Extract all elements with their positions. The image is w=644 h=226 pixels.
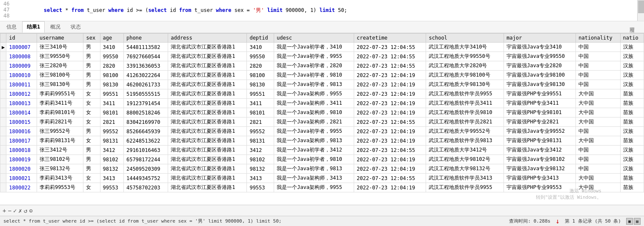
col-sex[interactable]: sex xyxy=(83,34,100,43)
more-btn[interactable]: ⊙ xyxy=(29,207,32,214)
cell-deptid: 98132 xyxy=(247,164,274,174)
row-indicator xyxy=(0,183,6,192)
tab-overview[interactable]: 概况 xyxy=(46,21,65,33)
cell-deptid: 99552 xyxy=(247,127,274,136)
cell-school: 武汉工程地质大学98130号 xyxy=(426,80,504,89)
tab-status[interactable]: 状态 xyxy=(66,21,86,33)
cell-age: 3410 xyxy=(100,43,123,52)
cell-createtime: 2022-07-23 12:04:19 xyxy=(354,164,426,174)
col-major[interactable]: major xyxy=(504,34,576,43)
confirm-btn[interactable]: ✓ xyxy=(13,207,17,214)
tab-result1[interactable]: 结果1 xyxy=(22,21,45,33)
sql-line-47: select * from t_user where id >= (select… xyxy=(13,1,641,20)
bottom-toolbar: + − ✓ ✗ ↺ ⊙ xyxy=(0,205,644,216)
col-deptid[interactable]: deptid xyxy=(247,34,274,43)
cell-sex: 男 xyxy=(83,127,100,136)
cell-natio: 汉族 xyxy=(620,43,644,52)
cell-deptid: 99551 xyxy=(247,89,274,99)
row-indicator xyxy=(0,99,6,108)
cell-phone: 85266645939 xyxy=(123,127,168,136)
cell-username: 张三98102号 xyxy=(37,155,83,164)
cancel-edit-btn[interactable]: ✗ xyxy=(18,207,22,214)
table-row: 1800022李莉莉99553号女9955345758702203湖北省武汉市江… xyxy=(0,183,644,192)
cell-school: 武汉工程地质软件学员9813 xyxy=(426,136,504,146)
add-btn[interactable]: + xyxy=(3,207,6,214)
col-username[interactable]: username xyxy=(37,34,83,43)
editor-scrollbar[interactable] xyxy=(637,0,644,21)
cell-sex: 男 xyxy=(83,155,100,164)
cell-deptid: 98100 xyxy=(247,71,274,80)
cell-school: 武汉工程地质大学2820号 xyxy=(426,61,504,71)
cell-school: 武汉工程地质大学98100号 xyxy=(426,71,504,80)
cell-createtime: 2022-07-23 12:04:55 xyxy=(354,52,426,61)
cell-age: 98130 xyxy=(100,80,123,89)
col-id[interactable]: id xyxy=(6,34,37,43)
cell-address: 湖北省武汉市江夏区香港路1 xyxy=(168,136,247,146)
cell-major: 宇宙最强Java专业98130 xyxy=(504,80,576,89)
sql-code[interactable]: select * from t_user where id >= (select… xyxy=(13,1,641,20)
cell-natio: 汉族 xyxy=(620,146,644,155)
table-row: 1800021李莉莉3413号女341314449345752湖北省武汉市江夏区… xyxy=(0,174,644,183)
cell-nationality: 中国 xyxy=(576,43,620,52)
cell-address: 湖北省武汉市江夏区香港路1 xyxy=(168,43,247,52)
col-createtime[interactable]: createtime xyxy=(354,34,426,43)
grid-view-icon[interactable]: ▦ xyxy=(626,218,633,225)
sql-editor[interactable]: 46 47 48 select * from t_user where id >… xyxy=(0,0,644,21)
col-udesc[interactable]: udesc xyxy=(274,34,354,43)
row-indicator xyxy=(0,136,6,146)
cell-sex: 男 xyxy=(83,80,100,89)
table-row: 1800009张三2820号男282033913636053湖北省武汉市江夏区香… xyxy=(0,61,644,71)
col-phone[interactable]: phone xyxy=(123,34,168,43)
cell-phone: 14449345752 xyxy=(123,174,168,183)
status-bar: select * from t_user where id >= (select… xyxy=(0,216,644,226)
cell-createtime: 2022-07-23 12:04:19 xyxy=(354,108,426,117)
remove-btn[interactable]: − xyxy=(8,207,11,214)
cell-sex: 女 xyxy=(83,183,100,192)
cell-id: 1800008 xyxy=(6,52,37,61)
col-nationality[interactable]: nationality xyxy=(576,34,620,43)
cell-age: 98101 xyxy=(100,108,123,117)
cell-phone: 46200261733 xyxy=(123,80,168,89)
data-table: id username sex age phone address deptid… xyxy=(0,33,644,192)
cell-sex: 女 xyxy=(83,117,100,127)
cell-phone: 51950555515 xyxy=(123,89,168,99)
list-view-icon[interactable]: ▤ xyxy=(634,218,641,225)
cell-phone: 65798172244 xyxy=(123,155,168,164)
cell-phone: 29161016463 xyxy=(123,146,168,155)
tab-info[interactable]: 信息 xyxy=(2,21,21,33)
cell-address: 湖北省武汉市江夏区香港路1 xyxy=(168,183,247,192)
row-indicator xyxy=(0,52,6,61)
red-arrow-icon: ↓ xyxy=(555,217,560,225)
tabs-bar: 信息 结果1 概况 状态 xyxy=(0,21,644,33)
row-indicator xyxy=(0,61,6,71)
cell-id: 1800018 xyxy=(6,146,37,155)
cell-major: 宇宙最强PHP专业3413 xyxy=(504,174,576,183)
row-indicator xyxy=(0,174,6,183)
cell-natio: 苗族 xyxy=(620,117,644,127)
cell-createtime: 2022-07-23 12:04:19 xyxy=(354,99,426,108)
cell-address: 湖北省武汉市江夏区香港路1 xyxy=(168,146,247,155)
cell-createtime: 2022-07-23 12:04:55 xyxy=(354,117,426,127)
cell-nationality: 大中国 xyxy=(576,183,620,192)
cell-id: 1800014 xyxy=(6,108,37,117)
col-address[interactable]: address xyxy=(168,34,247,43)
table-container[interactable]: id username sex age phone address deptid… xyxy=(0,33,644,205)
cell-natio: 苗族 xyxy=(620,108,644,117)
cell-username: 张三2820号 xyxy=(37,61,83,71)
cell-nationality: 大中国 xyxy=(576,89,620,99)
cell-natio: 苗族 xyxy=(620,136,644,146)
col-age[interactable]: age xyxy=(100,34,123,43)
cell-address: 湖北省武汉市江夏区香港路1 xyxy=(168,117,247,127)
cell-udesc: 我是一个Java架构师，9955 xyxy=(274,183,354,192)
col-school[interactable]: school xyxy=(426,34,504,43)
col-natio[interactable]: natio xyxy=(620,34,644,43)
cell-natio: 苗族 xyxy=(620,174,644,183)
cell-age: 99553 xyxy=(100,183,123,192)
cell-deptid: 99550 xyxy=(247,52,274,61)
refresh-btn[interactable]: ↺ xyxy=(24,207,27,214)
cell-udesc: 我是一个Java架构师，9810 xyxy=(274,108,354,117)
cell-natio: 汉族 xyxy=(620,61,644,71)
cell-deptid: 98131 xyxy=(247,136,274,146)
cell-school: 武汉工程地质软件学员9955 xyxy=(426,183,504,192)
cell-age: 99552 xyxy=(100,127,123,136)
